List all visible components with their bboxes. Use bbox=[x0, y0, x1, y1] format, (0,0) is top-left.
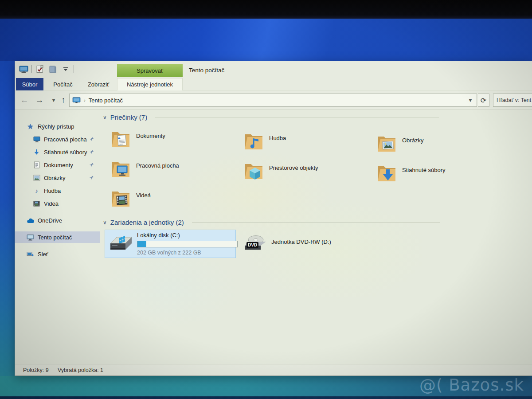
tab-computer[interactable]: Počítač bbox=[47, 78, 79, 90]
drive-free-space: 202 GB voľných z 222 GB bbox=[137, 250, 238, 256]
photographed-screen: @( Bazos.sk Spravovať bbox=[0, 0, 532, 399]
sidebar-label: Pracovná plocha bbox=[44, 136, 87, 143]
toolbar-separator bbox=[74, 65, 74, 73]
desktop-icon bbox=[33, 136, 40, 143]
3d-objects-folder-icon bbox=[243, 162, 266, 188]
explorer-window: Spravovať Tento počítač Súbor Počítač Zo… bbox=[15, 61, 532, 376]
bezel-top bbox=[0, 0, 532, 19]
sidebar-label: Sieť bbox=[38, 251, 48, 258]
onedrive-cloud-icon bbox=[27, 218, 34, 223]
tile-label: Obrázky bbox=[402, 137, 423, 160]
this-pc-icon[interactable] bbox=[19, 64, 28, 74]
tile-label: Stiahnuté súbory bbox=[402, 167, 446, 190]
network-icon bbox=[27, 251, 34, 257]
pin-icon bbox=[89, 137, 94, 141]
drive-label: Lokálny disk (C:) bbox=[137, 232, 238, 239]
drive-tile-local-disk-c[interactable]: Lokálny disk (C:) 202 GB voľných z 222 G… bbox=[105, 230, 236, 258]
breadcrumb-location[interactable]: Tento počítač bbox=[89, 97, 123, 104]
pin-icon bbox=[89, 149, 94, 154]
computer-icon bbox=[72, 97, 81, 104]
tab-file[interactable]: Súbor bbox=[16, 78, 43, 90]
sidebar-label: Dokumenty bbox=[44, 162, 73, 168]
folder-tile-music[interactable]: Hudba bbox=[243, 131, 373, 158]
navigation-pane: Rýchly prístup Pracovná plocha Stiahnuté… bbox=[15, 110, 100, 365]
sidebar-label: OneDrive bbox=[38, 217, 62, 224]
sidebar-item-music[interactable]: ♪ Hudba bbox=[15, 185, 100, 196]
sidebar-label: Rýchly prístup bbox=[38, 123, 74, 130]
status-items-count: Položky: 9 bbox=[23, 367, 49, 373]
sidebar-item-documents[interactable]: Dokumenty bbox=[15, 159, 100, 171]
videos-icon bbox=[33, 201, 40, 207]
downloads-folder-icon bbox=[376, 164, 399, 190]
sidebar-item-this-pc[interactable]: Tento počítač bbox=[15, 231, 100, 243]
tile-label: Priestorové objekty bbox=[269, 164, 318, 188]
documents-folder-icon bbox=[110, 130, 133, 156]
tile-label: Pracovná plocha bbox=[136, 162, 179, 185]
back-button[interactable]: ← bbox=[19, 94, 30, 106]
navigation-bar: ← → ▼ ↑ › Tento počítač ▼ ⟳ bbox=[15, 90, 532, 110]
this-pc-icon bbox=[27, 234, 34, 241]
drive-label: Jednotka DVD-RW (D:) bbox=[271, 239, 331, 245]
music-note-icon: ♪ bbox=[33, 188, 40, 194]
folder-tile-downloads[interactable]: Stiahnuté súbory bbox=[376, 163, 506, 190]
sidebar-label: Stiahnuté súbory bbox=[44, 149, 87, 156]
tile-label: Dokumenty bbox=[136, 133, 165, 156]
address-bar[interactable]: › Tento počítač ▼ bbox=[69, 94, 477, 107]
videos-folder-icon bbox=[110, 189, 133, 215]
folder-tile-desktop[interactable]: Pracovná plocha bbox=[110, 159, 240, 185]
dvd-drive-icon: DVD bbox=[243, 234, 268, 258]
window-title: Tento počítač bbox=[189, 67, 224, 74]
group-divider bbox=[155, 117, 439, 117]
breadcrumb-chevron-icon: › bbox=[84, 98, 86, 103]
collapse-chevron-icon[interactable]: ∨ bbox=[103, 219, 107, 226]
folder-tile-3d-objects[interactable]: Priestorové objekty bbox=[243, 161, 373, 188]
pin-icon bbox=[89, 175, 94, 180]
tab-view[interactable]: Zobraziť bbox=[82, 78, 114, 90]
group-header-devices[interactable]: ∨ Zariadenia a jednotky (2) bbox=[103, 219, 440, 226]
folder-tile-pictures[interactable]: Obrázky bbox=[376, 133, 506, 160]
sidebar-label: Hudba bbox=[44, 188, 61, 194]
sidebar-item-quick-access[interactable]: Rýchly prístup bbox=[15, 121, 100, 132]
bazos-watermark: @( Bazos.sk bbox=[419, 376, 524, 395]
properties-icon[interactable] bbox=[35, 64, 45, 74]
desktop-wallpaper-bottom: @( Bazos.sk bbox=[0, 376, 532, 399]
dvd-badge: DVD bbox=[248, 243, 257, 247]
toolbar-separator bbox=[31, 65, 32, 73]
customize-toolbar-icon[interactable] bbox=[61, 64, 70, 74]
sidebar-item-onedrive[interactable]: OneDrive bbox=[15, 215, 100, 226]
downloads-icon bbox=[33, 149, 40, 156]
folder-tile-videos[interactable]: Videá bbox=[110, 188, 240, 215]
tab-drive-tools[interactable]: Nástroje jednotiek bbox=[117, 78, 183, 90]
address-dropdown-chevron[interactable]: ▼ bbox=[468, 97, 473, 103]
folder-tile-documents[interactable]: Dokumenty bbox=[110, 129, 240, 156]
group-divider bbox=[192, 222, 440, 223]
group-label: Zariadenia a jednotky (2) bbox=[110, 219, 184, 226]
search-input[interactable] bbox=[493, 94, 532, 107]
status-selected-count: Vybratá položka: 1 bbox=[58, 367, 103, 373]
up-button[interactable]: ↑ bbox=[58, 94, 69, 106]
group-header-folders[interactable]: ∨ Priečinky (7) bbox=[103, 113, 439, 121]
quick-access-star-icon bbox=[27, 123, 34, 130]
pictures-folder-icon bbox=[376, 134, 399, 160]
sidebar-item-desktop[interactable]: Pracovná plocha bbox=[15, 133, 100, 145]
title-bar: Spravovať Tento počítač bbox=[15, 61, 532, 78]
quick-access-toolbar bbox=[19, 64, 74, 74]
sidebar-label: Obrázky bbox=[44, 175, 65, 181]
refresh-button[interactable]: ⟳ bbox=[478, 94, 489, 107]
sidebar-item-downloads[interactable]: Stiahnuté súbory bbox=[15, 146, 100, 158]
tile-label: Hudba bbox=[269, 135, 286, 158]
sidebar-item-network[interactable]: Sieť bbox=[15, 248, 100, 260]
sidebar-item-videos[interactable]: Videá bbox=[15, 198, 100, 209]
music-folder-icon bbox=[243, 132, 266, 158]
breadcrumb[interactable]: › Tento počítač bbox=[72, 97, 123, 104]
ribbon-tab-bar: Súbor Počítač Zobraziť Nástroje jednotie… bbox=[15, 78, 532, 90]
drive-usage-fill bbox=[137, 241, 146, 247]
new-folder-icon[interactable] bbox=[48, 64, 58, 74]
forward-button[interactable]: → bbox=[34, 94, 45, 106]
status-bar: Položky: 9 Vybratá položka: 1 bbox=[15, 364, 532, 376]
sidebar-label: Tento počítač bbox=[38, 234, 72, 241]
drive-tile-dvd-rw-d[interactable]: DVD Jednotka DVD-RW (D:) bbox=[243, 233, 372, 258]
contextual-tab-group-manage[interactable]: Spravovať bbox=[117, 64, 183, 77]
sidebar-item-pictures[interactable]: Obrázky bbox=[15, 172, 100, 184]
collapse-chevron-icon[interactable]: ∨ bbox=[103, 114, 107, 121]
